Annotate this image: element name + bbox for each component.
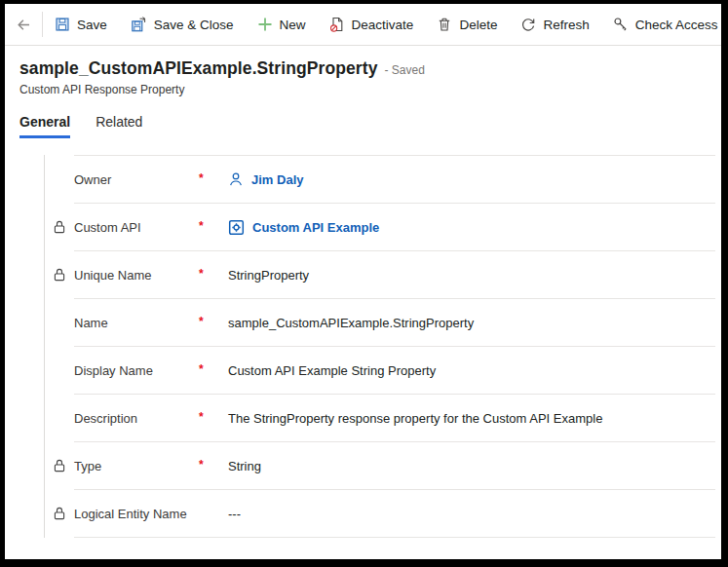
field-label-logical-entity-name: Logical Entity Name (74, 507, 187, 521)
command-bar: Save Save & Close New (5, 4, 721, 46)
deactivate-button[interactable]: Deactivate (318, 4, 426, 45)
required-asterisk: * (199, 315, 204, 328)
lock-icon (54, 220, 65, 234)
required-asterisk: * (199, 410, 204, 424)
form-section-general: Owner * Jim Daly (44, 155, 715, 538)
required-asterisk: * (199, 267, 204, 281)
check-access-icon (613, 17, 629, 32)
custom-api-icon (228, 219, 245, 236)
refresh-icon (520, 17, 536, 32)
field-row-type: Type * String (45, 441, 715, 489)
page-title: sample_CustomAPIExample.StringProperty (19, 58, 378, 79)
delete-button[interactable]: Delete (425, 4, 509, 45)
field-label-display-name: Display Name (74, 363, 153, 378)
custom-api-lookup-link[interactable]: Custom API Example (252, 220, 379, 235)
panel-bottom-divider (74, 537, 715, 538)
field-label-custom-api: Custom API (74, 220, 141, 235)
save-close-icon (131, 17, 147, 33)
field-value-unique-name: StringProperty (228, 268, 309, 283)
app-window: Save Save & Close New (0, 0, 728, 567)
field-row-unique-name: Unique Name * StringProperty (45, 250, 715, 298)
deactivate-label: Deactivate (352, 18, 414, 32)
save-status-badge: - Saved (385, 63, 425, 77)
save-close-label: Save & Close (154, 18, 234, 32)
field-row-display-name: Display Name * Custom API Example String… (45, 346, 715, 394)
tab-related[interactable]: Related (96, 114, 142, 138)
delete-label: Delete (459, 18, 497, 32)
field-value-name: sample_CustomAPIExample.StringProperty (228, 316, 474, 330)
lock-icon (54, 459, 65, 472)
new-label: New (280, 18, 306, 32)
back-button[interactable] (5, 4, 42, 45)
field-label-name: Name (74, 316, 108, 330)
save-and-close-button[interactable]: Save & Close (119, 4, 246, 45)
refresh-label: Refresh (543, 18, 589, 32)
record-header: sample_CustomAPIExample.StringProperty -… (5, 46, 721, 138)
title-row: sample_CustomAPIExample.StringProperty -… (19, 58, 721, 79)
required-asterisk: * (199, 219, 204, 233)
field-value-type: String (228, 459, 261, 473)
owner-lookup-link[interactable]: Jim Daly (251, 172, 303, 187)
field-row-name: Name * sample_CustomAPIExample.StringPro… (45, 298, 715, 346)
save-button[interactable]: Save (43, 4, 119, 45)
field-value-logical-entity-name: --- (228, 507, 241, 521)
check-access-button[interactable]: Check Access (601, 4, 728, 45)
field-label-owner: Owner (74, 172, 111, 187)
person-icon (228, 171, 244, 187)
field-row-custom-api: Custom API * Custom API Example (45, 203, 715, 250)
required-asterisk: * (199, 458, 204, 472)
field-row-owner: Owner * Jim Daly (45, 155, 715, 203)
form-tabs: General Related (19, 114, 721, 138)
field-row-logical-entity-name: Logical Entity Name --- (45, 489, 715, 537)
required-asterisk: * (199, 171, 204, 185)
field-label-unique-name: Unique Name (74, 268, 152, 283)
delete-icon (437, 17, 452, 32)
lock-icon (54, 268, 65, 282)
lock-icon (54, 507, 65, 520)
field-row-description: Description * The StringProperty respons… (45, 394, 715, 441)
entity-type-label: Custom API Response Property (19, 83, 721, 96)
save-icon (55, 17, 70, 32)
save-label: Save (77, 18, 107, 32)
field-value-description: The StringProperty response property for… (228, 411, 602, 426)
refresh-button[interactable]: Refresh (509, 4, 600, 45)
field-label-description: Description (74, 411, 137, 426)
field-label-type: Type (74, 459, 101, 473)
new-button[interactable]: New (246, 4, 318, 45)
plus-icon (257, 17, 273, 32)
back-arrow-icon (16, 17, 32, 33)
tab-general[interactable]: General (19, 114, 70, 138)
check-access-label: Check Access (635, 18, 718, 32)
required-asterisk: * (199, 362, 204, 376)
field-value-display-name: Custom API Example String Property (228, 363, 436, 378)
deactivate-icon (329, 17, 345, 32)
